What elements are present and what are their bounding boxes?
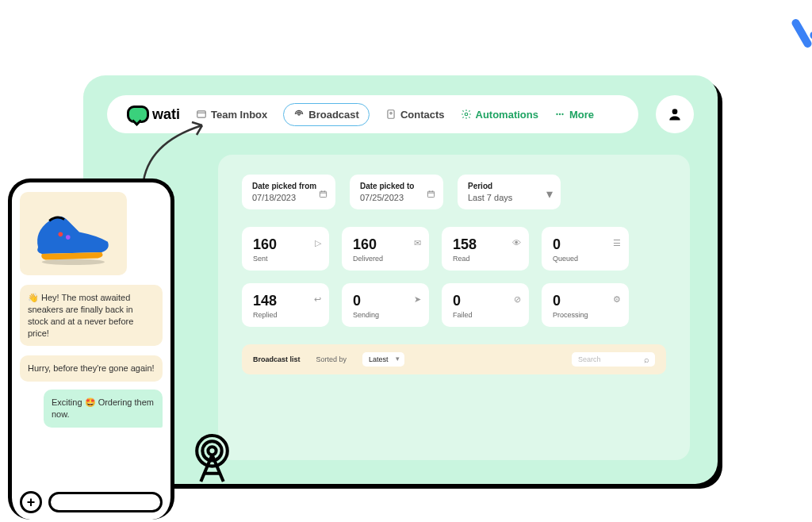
nav-contacts[interactable]: Contacts <box>385 109 445 121</box>
svg-point-5 <box>556 113 557 115</box>
svg-point-3 <box>390 113 392 114</box>
filter-value: Last 7 days <box>468 193 550 202</box>
stat-replied: 148 Replied ↩ <box>242 283 329 327</box>
sending-icon: ➤ <box>414 294 421 305</box>
svg-point-11 <box>208 447 216 455</box>
top-nav: wati Team Inbox Broadcast Contacts Autom… <box>107 95 638 133</box>
broadcast-list-bar: Broadcast list Sorted by Latest Search <box>242 344 666 374</box>
stat-queued: 0 Queued ☰ <box>542 227 629 271</box>
svg-point-14 <box>42 259 105 266</box>
stat-value: 0 <box>453 293 518 309</box>
processing-icon: ⚙ <box>613 294 621 305</box>
svg-point-16 <box>66 235 71 240</box>
contacts-icon <box>385 109 396 120</box>
sneaker-image <box>26 198 117 266</box>
delivered-icon: ✉ <box>414 238 421 248</box>
stat-value: 0 <box>553 293 618 309</box>
phone-input-row: + <box>20 491 163 513</box>
stat-value: 160 <box>353 236 418 253</box>
stat-label: Replied <box>253 311 318 319</box>
stat-label: Queued <box>553 255 618 263</box>
stat-label: Sending <box>353 311 418 319</box>
antenna-icon <box>186 433 238 488</box>
chat-reply: Exciting 🤩 Ordering them now. <box>44 390 163 428</box>
chat-message-1: 👋 Hey! The most awaited sneakers are fin… <box>20 285 163 346</box>
product-card <box>20 192 127 275</box>
message-input[interactable] <box>48 492 163 512</box>
svg-rect-9 <box>320 191 326 197</box>
stat-value: 148 <box>253 293 318 309</box>
nav-label: Team Inbox <box>211 109 267 121</box>
svg-point-1 <box>298 113 300 115</box>
search-input[interactable]: Search <box>572 352 655 367</box>
date-filters: Date picked from 07/18/2023 Date picked … <box>242 175 666 209</box>
sent-icon: ▷ <box>315 238 321 248</box>
stat-value: 0 <box>553 236 618 253</box>
more-icon <box>554 109 565 120</box>
stat-label: Delivered <box>353 255 418 263</box>
svg-point-4 <box>465 113 468 116</box>
nav-broadcast[interactable]: Broadcast <box>283 103 370 126</box>
attach-button[interactable]: + <box>20 491 42 513</box>
svg-point-8 <box>672 109 678 114</box>
nav-label: More <box>569 109 594 121</box>
period-selector[interactable]: Period Last 7 days ▾ <box>458 175 561 209</box>
stats-grid: 160 Sent ▷ 160 Delivered ✉ 158 Read 👁 0 … <box>242 227 666 327</box>
stat-delivered: 160 Delivered ✉ <box>342 227 429 271</box>
queued-icon: ☰ <box>613 238 621 248</box>
date-from-picker[interactable]: Date picked from 07/18/2023 <box>242 175 335 209</box>
user-icon <box>667 106 683 122</box>
stat-read: 158 Read 👁 <box>442 227 529 271</box>
stat-label: Processing <box>553 311 618 319</box>
filter-value: 07/25/2023 <box>360 193 433 202</box>
broadcast-icon <box>293 109 304 120</box>
chat-message-2: Hurry, before they're gone again! <box>20 355 163 382</box>
stat-label: Read <box>453 255 518 263</box>
stat-label: Failed <box>453 311 518 319</box>
phone-mock: 👋 Hey! The most awaited sneakers are fin… <box>8 178 174 520</box>
dashboard-panel: wati Team Inbox Broadcast Contacts Autom… <box>83 75 718 484</box>
brand-logo[interactable]: wati <box>127 106 180 123</box>
sort-value: Latest <box>369 355 389 363</box>
svg-rect-10 <box>427 191 434 197</box>
stat-processing: 0 Processing ⚙ <box>542 283 629 327</box>
chevron-down-icon: ▾ <box>546 186 553 202</box>
nav-label: Contacts <box>400 109 445 121</box>
filter-label: Period <box>468 182 550 190</box>
filter-label: Date picked to <box>360 182 433 190</box>
calendar-icon <box>427 187 435 202</box>
stat-value: 0 <box>353 293 418 309</box>
nav-automations[interactable]: Automations <box>461 109 538 121</box>
nav-label: Broadcast <box>308 109 359 121</box>
date-to-picker[interactable]: Date picked to 07/25/2023 <box>350 175 443 209</box>
stat-sending: 0 Sending ➤ <box>342 283 429 327</box>
stat-value: 158 <box>453 236 518 253</box>
stat-label: Sent <box>253 255 318 263</box>
svg-point-7 <box>561 113 563 115</box>
broadcast-list-title: Broadcast list <box>253 355 301 363</box>
sort-select[interactable]: Latest <box>362 352 404 367</box>
filter-label: Date picked from <box>252 182 325 190</box>
brand-name: wati <box>152 106 180 123</box>
svg-rect-0 <box>197 111 206 117</box>
filter-value: 07/18/2023 <box>252 193 325 202</box>
stat-failed: 0 Failed ⊘ <box>442 283 529 327</box>
sort-label: Sorted by <box>316 355 347 363</box>
nav-label: Automations <box>476 109 538 121</box>
stat-sent: 160 Sent ▷ <box>242 227 329 271</box>
eye-icon: 👁 <box>512 238 521 248</box>
calendar-icon <box>319 187 327 202</box>
logo-bubble-icon <box>127 106 149 123</box>
search-placeholder: Search <box>578 355 601 363</box>
failed-icon: ⊘ <box>514 294 521 305</box>
broadcast-dashboard: Date picked from 07/18/2023 Date picked … <box>218 155 690 460</box>
automations-icon <box>461 109 472 120</box>
inbox-icon <box>196 109 207 120</box>
nav-team-inbox[interactable]: Team Inbox <box>196 109 267 121</box>
nav-more[interactable]: More <box>554 109 594 121</box>
svg-point-15 <box>59 232 63 237</box>
svg-point-6 <box>559 113 561 115</box>
reply-icon: ↩ <box>314 294 321 305</box>
user-avatar-button[interactable] <box>656 95 694 133</box>
stat-value: 160 <box>253 236 318 253</box>
